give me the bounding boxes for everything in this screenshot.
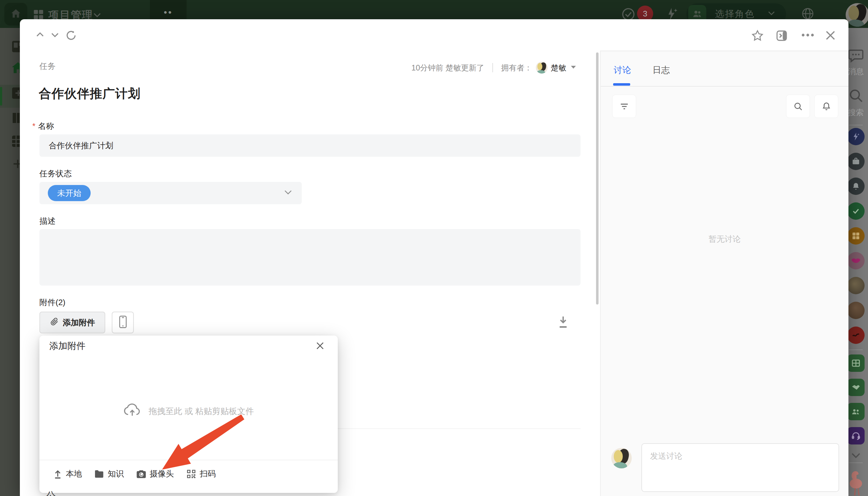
owner-name[interactable]: 楚敏 [551,63,566,73]
add-attachment-label: 添加附件 [63,317,95,328]
sidebar-add-icon[interactable] [12,158,20,171]
action-knowledge[interactable]: 知识 [94,468,124,479]
upload-icon [53,469,62,479]
dropzone[interactable]: 拖拽至此 或 粘贴剪贴板文件 [40,403,338,419]
page-title: 合作伙伴推广计划 [39,85,141,102]
description-field-label: 描述 [40,216,56,227]
meta-divider [492,63,493,72]
messages-icon[interactable] [849,47,865,64]
dock-avatar-cat[interactable] [849,277,865,294]
workspace-caret-icon [93,12,101,19]
status-field-label: 任务状态 [40,168,72,179]
user-avatar[interactable] [846,3,868,27]
panel-tabstrip: 讨论 日志 [601,51,849,87]
discussion-panel: 讨论 日志 暂无讨论 [600,51,849,496]
attachments-label: 附件(2) [40,297,65,308]
screen: 项目管理 •• 3 选择角色 [0,0,868,496]
messages-label[interactable]: 消息 [849,66,865,77]
dock-app-red[interactable] [849,327,865,344]
cloud-upload-icon [123,403,141,419]
camera-icon [136,469,146,479]
panel-bell-button[interactable] [814,95,838,118]
dock-app-green-grid[interactable] [849,355,865,372]
dock-divider [849,463,863,463]
left-sidebar [0,28,20,496]
main-scrollbar[interactable] [596,52,599,305]
dock-divider [849,125,863,125]
active-tab-underline [613,83,630,86]
tab-discussion[interactable]: 讨论 [614,64,631,76]
paperclip-icon [50,317,59,328]
name-field-label: *名称 [32,121,54,131]
required-mark: * [32,121,35,131]
right-dock: 消息 搜索 [849,28,868,496]
sidebar-table-icon[interactable] [12,135,20,149]
role-caret-icon [768,11,775,17]
attachment-row-divider [337,428,580,429]
dock-flamingo-image[interactable] [849,467,865,496]
dock-app-lips[interactable] [849,252,865,269]
phone-icon [119,315,127,330]
close-modal-icon[interactable] [824,30,836,43]
description-textarea[interactable] [40,229,580,285]
more-options-icon[interactable] [801,33,815,38]
dock-search-icon[interactable] [849,88,865,104]
status-caret-icon [284,190,292,197]
composer-avatar [611,448,632,468]
popup-actions: 本地 知识 摄像头 扫码 [53,468,216,479]
status-select[interactable]: 未开始 [40,182,302,204]
folder-icon [94,470,104,478]
owner-avatar[interactable] [536,62,548,74]
discussion-composer-input[interactable] [641,443,839,492]
dock-divider [849,350,863,350]
owner-label: 拥有者： [501,63,532,73]
empty-discussion-text: 暂无讨论 [601,234,849,245]
popup-title: 添加附件 [49,340,86,352]
mobile-upload-button[interactable] [112,312,134,334]
sidebar-book-icon[interactable] [12,112,20,125]
owner-caret-icon[interactable] [570,65,577,71]
add-attachment-popup: 添加附件 拖拽至此 或 粘贴剪贴板文件 本地 知识 [40,336,338,493]
panel-search-button[interactable] [786,95,810,118]
refresh-icon[interactable] [65,30,77,43]
status-badge: 未开始 [48,185,91,201]
download-all-icon[interactable] [558,316,569,330]
action-local-upload[interactable]: 本地 [53,468,82,479]
sidebar-home-icon[interactable] [12,61,20,75]
dock-app-headset[interactable] [849,427,865,445]
action-scan-qr[interactable]: 扫码 [186,468,216,479]
tab-log[interactable]: 日志 [653,64,670,76]
dock-collapse-icon[interactable] [849,452,865,459]
dock-app-bell[interactable] [849,177,865,195]
name-input[interactable] [40,135,580,157]
entity-type-label: 任务 [40,61,56,72]
dock-app-check[interactable] [849,202,865,220]
tab-dots: •• [164,12,173,16]
updated-meta: 10分钟前 楚敏更新了 [411,63,484,73]
home-icon [10,8,22,21]
next-record-icon[interactable] [50,30,60,41]
dock-search-label[interactable]: 搜索 [849,107,865,118]
dock-app-grid[interactable] [849,227,865,245]
sidebar-active-indicator [0,87,2,106]
header-meta: 10分钟前 楚敏更新了 拥有者： 楚敏 [411,61,577,74]
open-in-panel-icon[interactable] [775,30,788,43]
dock-app-briefcase[interactable] [849,153,865,170]
popup-close-icon[interactable] [315,341,325,352]
sidebar-board-icon[interactable] [12,87,20,100]
role-selector-label: 选择角色 [715,8,755,20]
popup-divider [40,460,338,460]
clipped-bottom-text: 公 [46,489,56,496]
prev-record-icon[interactable] [35,30,45,41]
dock-app-spark[interactable] [849,128,865,145]
filter-button[interactable] [612,95,636,118]
dock-app-people[interactable] [849,403,865,420]
dock-app-handshake[interactable] [849,379,865,396]
add-attachment-button[interactable]: 添加附件 [40,312,105,334]
qr-code-icon [186,469,196,479]
favorite-star-icon[interactable] [751,30,764,43]
dock-avatar-animal[interactable] [849,302,865,319]
sidebar-kanban-icon[interactable] [12,40,20,54]
action-camera[interactable]: 摄像头 [136,468,174,479]
dropzone-text: 拖拽至此 或 粘贴剪贴板文件 [149,406,254,417]
